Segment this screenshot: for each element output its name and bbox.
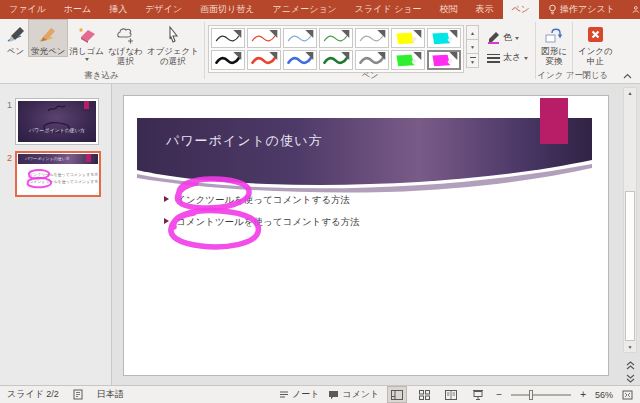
pen-swatch-highlighter-12[interactable]	[391, 50, 425, 70]
proofing-icon	[73, 389, 83, 400]
normal-view-button[interactable]	[388, 387, 406, 402]
pen-swatch-pen-0[interactable]	[211, 28, 245, 48]
highlighter-tool-button[interactable]: 蛍光ペン	[29, 20, 67, 56]
vertical-scrollbar[interactable]: ▲ ▼	[623, 87, 637, 353]
slide-2-thumbnail[interactable]: パワーポイントの使い方 インクツールを使ってコメントする方法 コメントツールを使…	[15, 151, 101, 197]
notes-button[interactable]: ノート	[279, 388, 319, 401]
tab-label: デザイン	[145, 3, 182, 16]
pen-swatch-highlighter-13[interactable]	[427, 50, 461, 70]
pen-swatch-pen-3[interactable]	[319, 28, 353, 48]
slide-editor-canvas[interactable]: パワーポイントの使い方 インクツールを使ってコメントする方法 コメントツールを使…	[112, 84, 640, 385]
proofing-status-button[interactable]	[73, 389, 83, 400]
group-separator	[535, 22, 536, 79]
gallery-scroll-up-button[interactable]: ▲	[466, 25, 479, 40]
slide-2-number: 2	[2, 151, 12, 197]
scrollbar-thumb[interactable]	[625, 191, 635, 341]
pen-swatch-pen-8[interactable]	[247, 50, 281, 70]
pen-swatch-pen-1[interactable]	[247, 28, 281, 48]
tab-label: 表示	[476, 3, 494, 16]
eraser-button[interactable]: 消しゴム	[67, 20, 106, 61]
slideshow-view-button[interactable]	[469, 387, 487, 402]
lasso-select-button[interactable]: なげなわ 選択	[106, 20, 145, 66]
ink-color-button[interactable]: 色	[487, 31, 528, 44]
tab-view[interactable]: 表示	[467, 0, 503, 19]
slide-accent-rectangle[interactable]	[540, 98, 568, 144]
bullet-text: コメントツールを使ってコメントする方法	[176, 216, 360, 229]
tab-review[interactable]: 校閲	[431, 0, 467, 19]
gallery-scroll: ▲ ▼ ▼	[466, 25, 479, 73]
group-separator	[204, 22, 205, 79]
object-label-line1: オブジェクト	[147, 46, 199, 56]
pen-swatch-pen-10[interactable]	[319, 50, 353, 70]
tab-transitions[interactable]: 画面切り替え	[191, 0, 263, 19]
reading-view-button[interactable]	[442, 387, 460, 402]
zoom-level[interactable]: 56%	[595, 390, 613, 400]
slide-sorter-view-button[interactable]	[415, 387, 433, 402]
write-group: ペン 蛍光ペン 消しゴム なげなわ 選択	[0, 19, 203, 83]
slide-canvas[interactable]: パワーポイントの使い方 インクツールを使ってコメントする方法 コメントツールを使…	[124, 96, 608, 375]
tab-home[interactable]: ホーム	[55, 0, 100, 19]
zoom-out-button[interactable]: −	[496, 389, 502, 400]
pen-tool-button[interactable]: ペン	[2, 20, 29, 56]
tab-file[interactable]: ファイル	[0, 0, 55, 19]
ink-thickness-button[interactable]: 太さ	[487, 51, 528, 64]
scroll-up-arrow[interactable]: ▲	[624, 90, 636, 96]
tab-animations[interactable]: アニメーション	[264, 0, 346, 19]
tab-label: スライド ショー	[355, 3, 422, 16]
pen-swatch-highlighter-6[interactable]	[427, 28, 461, 48]
convert-to-shape-button[interactable]: 図形に 変換	[539, 20, 569, 66]
previous-slide-button[interactable]	[626, 361, 635, 370]
zoom-slider-thumb[interactable]	[529, 390, 533, 400]
slideshow-icon	[472, 390, 484, 400]
pen-swatch-pen-7[interactable]	[211, 50, 245, 70]
tab-slideshow[interactable]: スライド ショー	[346, 0, 431, 19]
thumbnail-row: 2 パワーポイントの使い方 インクツールを使ってコメントする方法 コメントツール…	[0, 151, 111, 197]
pen-swatch-pen-9[interactable]	[283, 50, 317, 70]
object-select-button[interactable]: オブジェクト の選択	[145, 20, 201, 66]
slide-1-thumbnail[interactable]: パワーポイントの使い方	[15, 98, 99, 145]
tab-insert[interactable]: 挿入	[100, 0, 136, 19]
highlighter-label: 蛍光ペン	[31, 46, 65, 56]
convert-label-line2: 変換	[546, 56, 563, 66]
tab-design[interactable]: デザイン	[136, 0, 191, 19]
pen-swatch-pen-2[interactable]	[283, 28, 317, 48]
bullet-triangle-icon	[164, 218, 169, 224]
workspace: 1 パワーポイントの使い方 2 パワーポイントの使い方	[0, 84, 640, 385]
pen-swatch-pen-4[interactable]	[355, 28, 389, 48]
fit-to-window-button[interactable]	[622, 390, 633, 400]
zoom-in-button[interactable]: +	[580, 389, 586, 400]
pen-group: ▲ ▼ ▼ 色 太さ ペン	[206, 19, 534, 83]
gallery-scroll-down-button[interactable]: ▼	[466, 39, 479, 54]
zoom-slider[interactable]	[511, 394, 571, 396]
collapse-ribbon-button[interactable]	[623, 71, 632, 81]
tab-label: 校閲	[440, 3, 458, 16]
tab-label: 挿入	[109, 3, 127, 16]
slide-1-number: 1	[2, 98, 12, 145]
stop-inking-button[interactable]: インクの 中止	[576, 20, 615, 66]
thumbnail-row: 1 パワーポイントの使い方	[0, 98, 111, 145]
gallery-more-button[interactable]: ▼	[466, 53, 479, 68]
eraser-dropdown-caret[interactable]	[85, 58, 89, 61]
comments-button[interactable]: コメント	[328, 388, 379, 401]
slide-body-text[interactable]: インクツールを使ってコメントする方法 コメントツールを使ってコメントする方法	[164, 194, 360, 238]
tab-pen[interactable]: ペン	[503, 0, 539, 19]
lasso-label-line2: 選択	[117, 56, 134, 66]
convert-label-line1: 図形に	[541, 46, 567, 56]
thickness-dropdown-caret	[524, 57, 528, 60]
pen-swatch-pen-11[interactable]	[355, 50, 389, 70]
bullet-item: インクツールを使ってコメントする方法	[164, 194, 360, 207]
slide-title-text[interactable]: パワーポイントの使い方	[166, 132, 322, 150]
notes-label: ノート	[292, 388, 319, 401]
next-slide-button[interactable]	[626, 374, 635, 383]
bullet-text: インクツールを使ってコメントする方法	[176, 194, 350, 207]
thumbnail-1-title: パワーポイントの使い方	[18, 127, 96, 133]
ink-color-icon	[487, 31, 500, 44]
fit-to-window-icon	[622, 390, 633, 400]
pen-swatch-highlighter-5[interactable]	[391, 28, 425, 48]
close-group: インクの 中止 閉じる	[574, 19, 617, 83]
scroll-down-arrow[interactable]: ▼	[624, 344, 636, 350]
language-indicator[interactable]: 日本語	[97, 388, 124, 401]
share-button[interactable]: 共有	[624, 0, 640, 19]
tab-assist[interactable]: 操作アシスト	[539, 0, 624, 19]
slide-indicator[interactable]: スライド 2/2	[7, 388, 59, 401]
